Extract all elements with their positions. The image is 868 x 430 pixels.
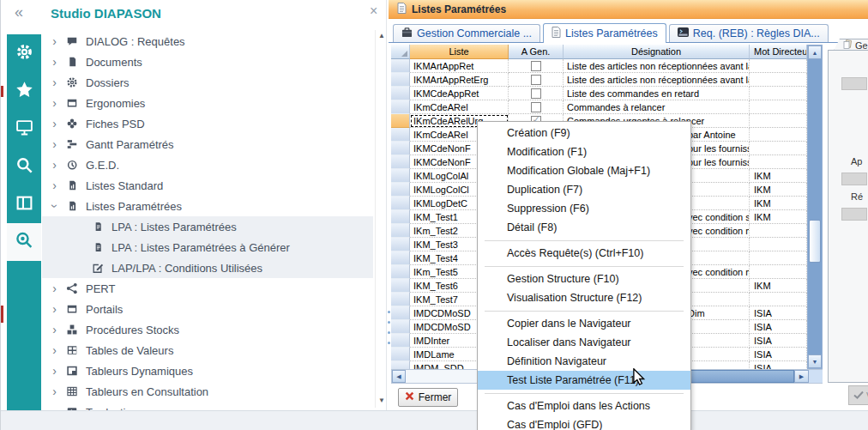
row-gutter-cell[interactable] [391,197,410,210]
menu-item[interactable]: Visualisation Structure (F12) [478,288,690,307]
menu-item[interactable]: Duplication (F7) [478,180,690,199]
row-gutter-cell[interactable] [391,169,410,183]
cell-designation[interactable]: Liste des commandes en retard [564,87,750,100]
menu-item[interactable] [478,237,690,244]
cell-mot-directeur[interactable] [750,155,807,169]
tree-item[interactable]: › Traduction [42,402,373,410]
menu-item[interactable]: Cas d'Emploi dans les Actions [478,397,690,415]
menu-item[interactable]: Suppression (F6) [478,199,690,218]
cell-a-gen[interactable] [509,73,564,87]
tree-item[interactable]: LPA : Listes Paramétrées [42,216,373,237]
scroll-left-button[interactable]: ◀ [392,370,406,383]
cell-a-gen[interactable] [509,59,564,73]
panel-splitter[interactable] [388,311,390,344]
tree-item[interactable]: › Ergonomies [42,93,373,113]
row-gutter-cell[interactable] [391,320,410,334]
scroll-down-button[interactable]: ▼ [808,354,822,368]
row-gutter-cell[interactable] [391,183,410,197]
cell-liste[interactable]: IKmCdeARel [410,100,509,114]
menu-item[interactable]: Modification (F1) [478,142,690,161]
tree-item[interactable]: › Dossiers [42,72,373,93]
cell-mot-directeur[interactable] [750,265,807,279]
menu-item[interactable]: Création (F9) [478,124,690,142]
menu-item[interactable] [478,263,690,270]
tree-item[interactable]: › G.E.D. [42,154,373,175]
cell-mot-directeur[interactable] [750,293,807,306]
cell-mot-directeur[interactable] [750,251,807,265]
menu-item[interactable]: Accès Requête(s) (Ctrl+F10) [478,244,690,263]
cell-mot-directeur[interactable]: IKM [750,210,807,224]
menu-item[interactable]: Test Liste Paramétrée (F11) [478,371,690,390]
chevron-right-icon[interactable]: › [49,344,60,356]
cell-mot-directeur[interactable] [750,224,807,238]
rail-item[interactable] [7,34,41,72]
chevron-right-icon[interactable]: › [49,303,60,315]
cell-liste[interactable]: IKMArtAppRetErg [410,73,509,87]
column-header-designation[interactable]: Désignation [564,45,750,59]
cell-mot-directeur[interactable]: IKM [750,169,807,183]
tree-item[interactable]: › Tables de Valeurs [42,340,373,360]
scroll-up-icon[interactable]: ▲ [378,32,385,39]
chevron-right-icon[interactable]: › [49,35,60,47]
scroll-up-button[interactable]: ▲ [808,45,822,59]
menu-item[interactable] [478,390,690,397]
cell-mot-directeur[interactable] [750,87,807,100]
rail-item[interactable] [7,148,41,185]
cell-mot-directeur[interactable] [750,114,807,128]
chevron-right-icon[interactable]: › [49,365,60,377]
row-gutter-cell[interactable] [391,251,410,265]
cell-mot-directeur[interactable]: ISIA [750,320,807,334]
column-header-agen[interactable]: A Gen. [509,45,564,59]
tree-item[interactable]: › Tableurs en Consultation [42,381,373,402]
chevron-right-icon[interactable]: › [49,56,60,68]
form-field[interactable] [841,77,867,90]
menu-item[interactable]: Localiser dans Navigateur [478,333,690,352]
menu-item[interactable]: Copier dans le Navigateur [478,314,690,333]
tree-item[interactable]: › Tableurs Dynamiques [42,360,373,381]
chevron-right-icon[interactable]: › [49,159,60,171]
chevron-right-icon[interactable]: › [49,324,60,336]
cell-mot-directeur[interactable]: IKM [750,279,807,293]
row-gutter-cell[interactable] [391,293,410,306]
tree-item[interactable]: › DIALOG : Requêtes [42,31,373,51]
row-gutter-cell[interactable] [391,142,410,155]
collapse-panel-button[interactable]: « [15,3,23,21]
row-gutter-cell[interactable] [391,348,410,361]
row-gutter-cell[interactable] [391,279,410,293]
cell-mot-directeur[interactable]: ISIA [750,348,807,361]
chevron-right-icon[interactable]: › [49,76,60,88]
vertical-scrollbar-thumb[interactable] [809,220,821,263]
row-gutter-cell[interactable] [391,224,410,238]
row-gutter-cell[interactable] [391,114,410,128]
cell-mot-directeur[interactable] [750,238,807,251]
chevron-right-icon[interactable]: › [49,179,60,191]
tree-scrollbar[interactable]: ▲ ▼ [375,30,388,408]
cell-mot-directeur[interactable] [750,142,807,155]
cell-mot-directeur[interactable] [750,128,807,142]
table-row[interactable]: IKMCdeAppRet Liste des commandes en reta… [391,87,807,100]
cell-mot-directeur[interactable]: ISIA [750,334,807,348]
tree-item[interactable]: › Listes Standard [42,175,373,196]
cell-designation[interactable]: Liste des articles non réceptionnées ava… [564,73,750,87]
rail-item[interactable] [7,110,41,148]
column-header-liste[interactable]: Liste [410,45,509,59]
tab[interactable]: Listes Paramétrées [543,23,666,43]
row-gutter-cell[interactable] [391,334,410,348]
cell-designation[interactable]: Commandes à relancer [564,100,750,114]
row-gutter-cell[interactable] [391,210,410,224]
valider-button[interactable]: Val [848,385,868,405]
fermer-button[interactable]: Fermer [398,388,458,407]
checkbox[interactable] [531,61,541,71]
chevron-right-icon[interactable]: › [49,138,60,150]
tree-item[interactable]: LAP/LPA : Conditions Utilisées [42,257,373,278]
tree-item[interactable]: › Procédures Stocks [42,319,373,340]
menu-item[interactable]: Cas d'Emploi (GFD) [478,415,690,430]
chevron-right-icon[interactable]: › [49,282,60,294]
form-field[interactable] [841,208,867,221]
cell-mot-directeur[interactable]: IKM [750,197,807,210]
row-gutter-cell[interactable] [391,265,410,279]
table-row[interactable]: IKMArtAppRet Liste des articles non réce… [391,59,807,73]
table-row[interactable]: IKmCdeARel Commandes à relancer [391,100,807,114]
row-gutter-cell[interactable] [391,361,410,369]
cell-a-gen[interactable] [509,100,564,114]
